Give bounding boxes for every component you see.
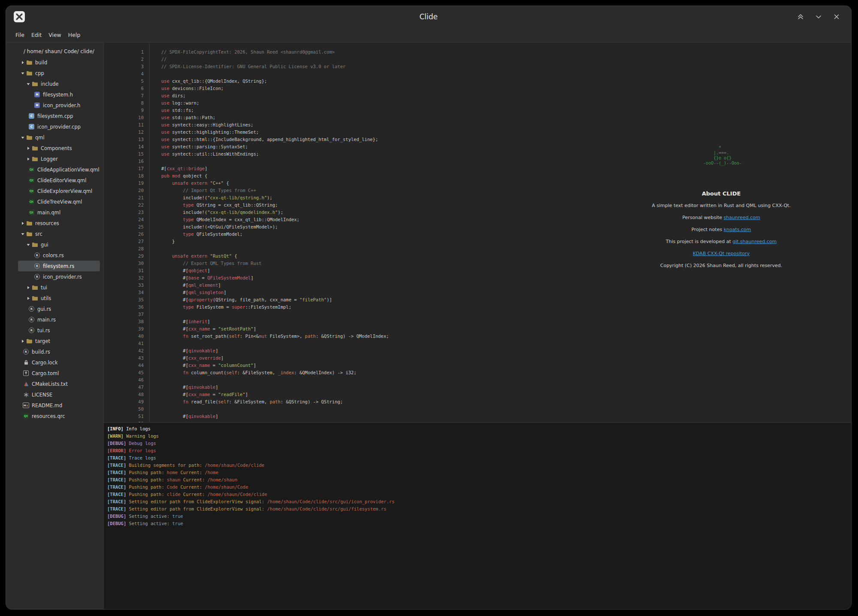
tree-item-build.rs[interactable]: Rbuild.rs — [18, 346, 100, 357]
tree-item-colors.rs[interactable]: Rcolors.rs — [18, 250, 100, 261]
tree-item-main.rs[interactable]: Rmain.rs — [18, 314, 100, 325]
tree-item-Components[interactable]: Components — [18, 143, 100, 153]
menu-help[interactable]: Help — [65, 30, 84, 39]
tree-item-CMakeLists.txt[interactable]: CMakeLists.txt — [18, 379, 100, 389]
about-text-segment: Project notes — [691, 227, 723, 232]
code-line: use syntect::highlighting::ThemeSet; — [161, 129, 851, 136]
line-number: 49 — [104, 398, 144, 406]
folder-icon — [32, 285, 38, 290]
tree-item-gui[interactable]: gui — [18, 239, 100, 250]
tree-item-target[interactable]: target — [18, 336, 100, 346]
line-number: 22 — [104, 201, 144, 209]
about-line: Copyright (C) 2026 Shaun Reed, all right… — [593, 262, 850, 269]
tree-item-resources.qrc[interactable]: Qtresources.qrc — [18, 411, 100, 421]
about-text-segment: Copyright (C) 2026 Shaun Reed, all right… — [660, 263, 783, 268]
code-line: #[cxx_name = "columnCount"] — [161, 362, 851, 369]
editor-view[interactable]: 1234567891011121314151617181920212223242… — [104, 42, 851, 422]
menu-file[interactable]: File — [12, 30, 28, 39]
tree-item-Cargo.toml[interactable]: TCargo.toml — [18, 368, 100, 379]
arrow-right-icon — [21, 339, 26, 343]
tree-item-build[interactable]: build — [18, 57, 100, 68]
folder-icon — [26, 60, 33, 65]
code-line — [161, 376, 851, 384]
folder-icon — [26, 135, 33, 140]
line-number: 30 — [104, 260, 144, 267]
about-text: A simple text editor written in Rust and… — [593, 202, 850, 269]
tree-item-gui.rs[interactable]: Rgui.rs — [18, 303, 100, 314]
tree-item-icon_provider.cpp[interactable]: Cicon_provider.cpp — [18, 121, 100, 132]
qt-icon: Qt — [28, 210, 35, 215]
minimize-button[interactable] — [814, 12, 823, 21]
tree-item-README.md[interactable]: M↓README.md — [18, 400, 100, 411]
log-line: [DEBUG] Setting active: true — [107, 513, 851, 520]
link-shaunreed-com[interactable]: shaunreed.com — [724, 215, 760, 220]
about-line: This project is developed at git.shaunre… — [593, 238, 850, 245]
tree-item-tui[interactable]: tui — [18, 282, 100, 293]
tree-item-ClideTreeView.qml[interactable]: QtClideTreeView.qml — [18, 196, 100, 207]
tree-item-filesystem.h[interactable]: Hfilesystem.h — [18, 89, 100, 100]
code-line: use dirs; — [161, 92, 851, 99]
about-title: About CLIDE — [593, 190, 850, 197]
code-line: #[cxx_name = "readFile"] — [161, 391, 851, 398]
code-line: // SPDX-FileCopyrightText: 2026, Shaun R… — [161, 48, 851, 56]
shade-button[interactable] — [796, 12, 805, 21]
line-number: 27 — [104, 238, 144, 245]
line-number: 14 — [104, 143, 144, 150]
code-line: use devicons::FileIcon; — [161, 85, 851, 92]
link-kdab-cxx-qt-repository[interactable]: KDAB CXX-Qt repository — [693, 251, 750, 256]
file-explorer: / home/ shaun/ Code/ clide/ buildcppincl… — [6, 42, 104, 609]
line-number: 51 — [104, 413, 144, 420]
tree-item-filesystem.rs[interactable]: Rfilesystem.rs — [18, 261, 100, 271]
line-number: 45 — [104, 369, 144, 376]
about-text-segment: Personal website — [682, 215, 723, 220]
log-line: [DEBUG] Setting active: true — [107, 520, 851, 527]
arrow-right-icon — [26, 296, 32, 300]
tree-item-src[interactable]: src — [18, 228, 100, 239]
line-number: 13 — [104, 136, 144, 143]
link-knoats-com[interactable]: knoats.com — [724, 227, 751, 232]
rs-icon: R — [28, 306, 35, 312]
tree-item-LICENSE[interactable]: LICENSE — [18, 389, 100, 400]
window-controls — [796, 6, 841, 27]
tree-item-label: main.rs — [37, 317, 56, 323]
code-line: #[qproperty(QString, file_path, cxx_name… — [161, 296, 851, 303]
code-line: #[cxx_override] — [161, 355, 851, 362]
main-content: / home/ shaun/ Code/ clide/ buildcppincl… — [6, 42, 851, 609]
link-git-shaunreed-com[interactable]: git.shaunreed.com — [732, 239, 777, 244]
tree-item-qml[interactable]: qml — [18, 132, 100, 143]
menu-view[interactable]: View — [45, 30, 65, 39]
qt-icon: Qt — [28, 167, 35, 172]
tree-item-utils[interactable]: utils — [18, 293, 100, 303]
line-number: 11 — [104, 121, 144, 129]
tree-item-ClideEditorView.qml[interactable]: QtClideEditorView.qml — [18, 175, 100, 186]
tree-item-main.qml[interactable]: Qtmain.qml — [18, 207, 100, 218]
line-number: 17 — [104, 165, 144, 172]
log-line: [WARN] Warning logs — [107, 433, 851, 440]
about-line: Project notes knoats.com — [593, 226, 850, 233]
ascii-art: * |.===. {}o o{} -ooO--(_)--Ooo- — [701, 145, 742, 166]
tree-item-Logger[interactable]: Logger — [18, 153, 100, 164]
tree-item-resources[interactable]: resources — [18, 218, 100, 228]
tree-item-icon_provider.rs[interactable]: Ricon_provider.rs — [18, 271, 100, 282]
folder-icon — [32, 242, 38, 247]
tree-item-ClideExplorerView.qml[interactable]: QtClideExplorerView.qml — [18, 186, 100, 196]
tree-item-label: build — [35, 60, 47, 66]
tree-item-icon_provider.h[interactable]: Hicon_provider.h — [18, 100, 100, 111]
tree-item-filesystem.cpp[interactable]: Cfilesystem.cpp — [18, 111, 100, 121]
folder-icon — [32, 296, 38, 301]
code-line: // — [161, 56, 851, 63]
tree-item-label: gui — [41, 242, 48, 248]
tree-item-label: Components — [41, 145, 72, 151]
log-line: [TRACE] Pushing path: shaun Current: /ho… — [107, 476, 851, 484]
tree-item-ClideApplicationView.qml[interactable]: QtClideApplicationView.qml — [18, 164, 100, 175]
tree-item-cpp[interactable]: cpp — [18, 68, 100, 78]
close-button[interactable] — [832, 12, 841, 21]
tree-item-Cargo.lock[interactable]: Cargo.lock — [18, 357, 100, 368]
tree-item-label: qml — [35, 135, 45, 141]
tree-item-include[interactable]: include — [18, 78, 100, 89]
menu-edit[interactable]: Edit — [28, 30, 45, 39]
titlebar: Clide — [6, 6, 851, 27]
tree-item-label: CMakeLists.txt — [32, 381, 68, 387]
tree-item-tui.rs[interactable]: Rtui.rs — [18, 325, 100, 336]
tree-item-label: README.md — [32, 403, 62, 409]
